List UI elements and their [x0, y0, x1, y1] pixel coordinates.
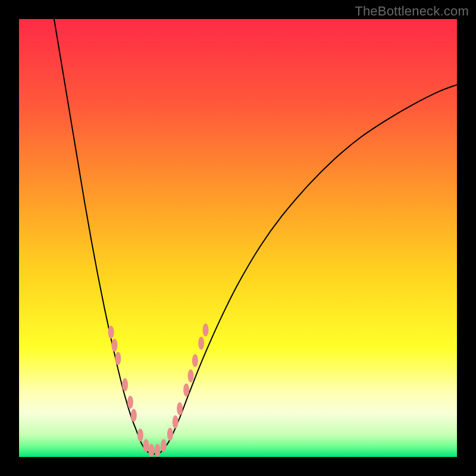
marker-5	[131, 409, 137, 422]
marker-0	[108, 325, 114, 339]
marker-7	[143, 439, 149, 452]
marker-1	[111, 339, 117, 352]
marker-6	[137, 428, 143, 441]
marker-2	[115, 352, 121, 365]
marker-9	[155, 444, 161, 457]
marker-3	[122, 378, 128, 392]
chart-svg	[19, 19, 457, 457]
watermark-text: TheBottleneck.com	[355, 4, 469, 19]
marker-16	[192, 354, 198, 367]
marker-18	[203, 324, 209, 337]
marker-8	[148, 444, 154, 457]
marker-15	[188, 369, 194, 383]
marker-11	[167, 428, 173, 441]
marker-4	[127, 396, 133, 409]
chart-background	[19, 19, 457, 457]
marker-14	[183, 383, 189, 396]
outer-frame: TheBottleneck.com	[0, 0, 476, 476]
marker-17	[198, 337, 204, 350]
marker-10	[161, 439, 167, 452]
chart-plot-area	[19, 19, 457, 457]
marker-13	[177, 402, 183, 415]
marker-12	[173, 415, 178, 428]
